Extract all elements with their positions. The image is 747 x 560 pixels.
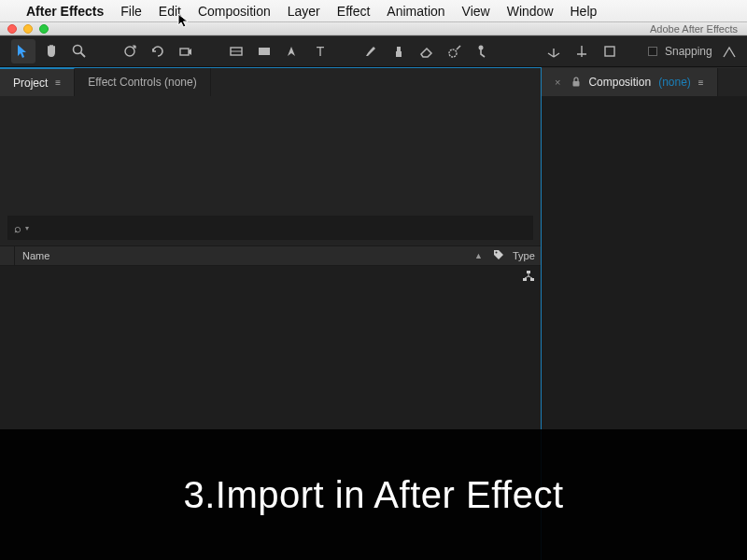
flowchart-icon[interactable] [522, 270, 535, 286]
caption-text: 3.Import in After Effect [184, 474, 564, 516]
column-name-label: Name [22, 250, 49, 261]
window-titlebar: Adobe After Effects [0, 22, 747, 35]
menu-composition[interactable]: Composition [198, 4, 271, 19]
svg-point-11 [479, 46, 484, 50]
view-axis-mode-icon[interactable] [598, 39, 622, 63]
project-search-input[interactable]: ⌕ ▾ [7, 216, 533, 240]
svg-rect-16 [530, 278, 534, 281]
world-axis-mode-icon[interactable] [570, 39, 594, 63]
menu-animation[interactable]: Animation [387, 4, 444, 19]
close-icon[interactable]: × [555, 77, 560, 88]
menu-file[interactable]: File [120, 4, 142, 19]
zoom-tool-icon[interactable] [67, 39, 92, 63]
pan-behind-tool-icon[interactable] [224, 39, 248, 63]
project-tab-row: Project ≡ Effect Controls (none) [0, 68, 541, 96]
svg-text:T: T [317, 44, 325, 59]
tab-effect-controls[interactable]: Effect Controls (none) [75, 68, 211, 96]
menu-layer[interactable]: Layer [288, 4, 320, 19]
snapping-label: Snapping [665, 45, 712, 58]
window-minimize-button[interactable] [23, 24, 33, 34]
svg-rect-6 [259, 48, 270, 55]
project-thumbnail-area [0, 96, 541, 216]
selection-tool-icon[interactable] [11, 39, 35, 63]
window-close-button[interactable] [7, 24, 17, 34]
svg-rect-14 [527, 271, 530, 273]
app-menu[interactable]: After Effects [26, 4, 104, 19]
tutorial-caption: 3.Import in After Effect [0, 429, 747, 560]
svg-rect-9 [397, 47, 401, 51]
puppet-pin-tool-icon[interactable] [471, 39, 495, 63]
panel-menu-icon[interactable]: ≡ [55, 77, 61, 88]
column-type-header[interactable]: Type [509, 250, 541, 261]
brush-tool-icon[interactable] [359, 39, 383, 63]
window-title: Adobe After Effects [650, 23, 740, 35]
menu-window[interactable]: Window [507, 4, 554, 19]
menu-help[interactable]: Help [571, 4, 598, 19]
camera-tool-icon[interactable] [174, 39, 198, 63]
search-icon: ⌕ [14, 221, 21, 235]
rotation-tool-icon[interactable] [146, 39, 170, 63]
hand-tool-icon[interactable] [39, 39, 63, 63]
tag-icon [493, 249, 504, 260]
svg-line-1 [81, 53, 86, 58]
svg-point-0 [74, 46, 82, 54]
orbit-tool-icon[interactable] [118, 39, 142, 63]
svg-rect-3 [180, 49, 189, 55]
type-tool-icon[interactable]: T [308, 39, 332, 63]
tab-composition-none: (none) [658, 76, 691, 89]
column-label-header[interactable] [488, 249, 509, 262]
svg-rect-12 [605, 47, 614, 56]
ae-toolbar: T Snapping [0, 35, 747, 67]
local-axis-mode-icon[interactable] [542, 39, 566, 63]
composition-tab-row: × Composition (none) ≡ [542, 68, 747, 96]
rectangle-tool-icon[interactable] [252, 39, 276, 63]
menu-edit[interactable]: Edit [159, 4, 181, 19]
snapping-checkbox[interactable] [648, 47, 657, 56]
menu-effect[interactable]: Effect [337, 4, 371, 19]
tab-composition[interactable]: × Composition (none) ≡ [542, 68, 718, 96]
lock-icon[interactable] [571, 77, 581, 89]
window-zoom-button[interactable] [39, 24, 49, 34]
chevron-down-icon[interactable]: ▾ [25, 224, 29, 232]
column-name-header[interactable]: Name ▲ [15, 250, 488, 261]
svg-rect-15 [523, 278, 527, 281]
svg-rect-17 [573, 81, 580, 87]
project-search-field[interactable] [33, 221, 527, 234]
svg-point-13 [496, 252, 498, 254]
snapping-options-icon[interactable] [720, 42, 739, 61]
column-blank [0, 246, 15, 265]
column-type-label: Type [513, 250, 535, 261]
tab-project-label: Project [13, 77, 48, 90]
sort-asc-icon[interactable]: ▲ [474, 251, 483, 260]
roto-brush-tool-icon[interactable] [443, 39, 467, 63]
pen-tool-icon[interactable] [280, 39, 304, 63]
svg-rect-8 [396, 51, 402, 57]
panel-menu-icon[interactable]: ≡ [698, 77, 704, 88]
eraser-tool-icon[interactable] [415, 39, 439, 63]
menu-view[interactable]: View [462, 4, 490, 19]
clone-stamp-tool-icon[interactable] [387, 39, 411, 63]
svg-point-10 [449, 49, 457, 57]
svg-point-2 [125, 47, 134, 56]
mac-menubar: After Effects File Edit Composition Laye… [0, 0, 747, 22]
tab-effect-controls-label: Effect Controls (none) [88, 76, 197, 89]
tab-composition-label: Composition [588, 76, 651, 89]
project-columns-header: Name ▲ Type [0, 245, 541, 266]
tab-project[interactable]: Project ≡ [0, 68, 75, 96]
